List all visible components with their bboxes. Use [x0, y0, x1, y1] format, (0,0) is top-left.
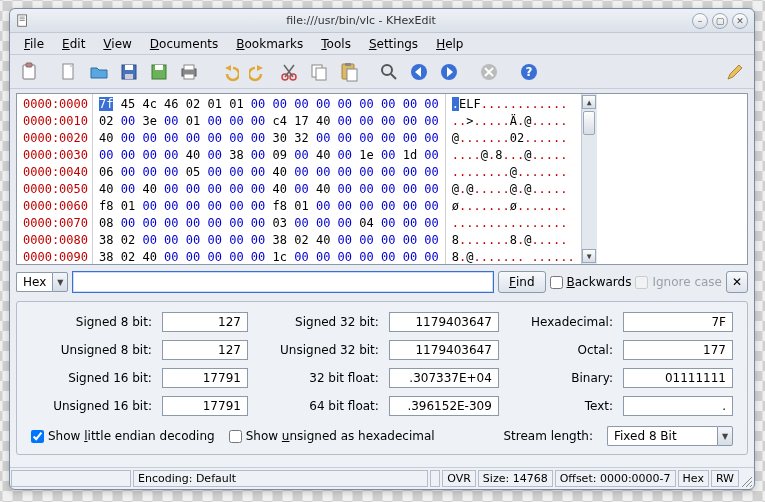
- value-u8: 127: [162, 340, 248, 360]
- label-s32: Signed 32 bit:: [258, 315, 379, 329]
- menu-view[interactable]: View: [95, 35, 139, 53]
- label-s16: Signed 16 bit:: [31, 371, 152, 385]
- find-mode-combo[interactable]: Hex ▼: [16, 272, 68, 292]
- label-u16: Unsigned 16 bit:: [31, 399, 152, 413]
- little-endian-checkbox[interactable]: Show little endian decoding: [31, 429, 215, 443]
- menu-help[interactable]: Help: [428, 35, 471, 53]
- window-title: file:///usr/bin/vlc - KHexEdit: [34, 14, 688, 27]
- svg-line-41: [750, 485, 752, 487]
- svg-marker-17: [257, 65, 263, 71]
- status-hexmode[interactable]: Hex: [678, 470, 709, 487]
- find-input[interactable]: [72, 271, 494, 293]
- stream-length-label: Stream length:: [503, 429, 593, 443]
- paste-icon[interactable]: [336, 59, 362, 85]
- value-oct: 177: [623, 340, 733, 360]
- menu-tools[interactable]: Tools: [313, 35, 359, 53]
- scrollbar[interactable]: ▲ ▼: [581, 94, 597, 264]
- status-ovr[interactable]: OVR: [442, 470, 476, 487]
- svg-marker-38: [728, 65, 742, 79]
- close-button[interactable]: ✕: [732, 13, 748, 29]
- tool-clipboard-icon[interactable]: [16, 59, 42, 85]
- label-s8: Signed 8 bit:: [31, 315, 152, 329]
- minimize-button[interactable]: –: [692, 13, 708, 29]
- redo-icon[interactable]: [246, 59, 272, 85]
- toolbar: ?: [10, 55, 754, 89]
- svg-point-27: [382, 65, 392, 75]
- svg-rect-26: [347, 69, 357, 81]
- menu-documents[interactable]: Documents: [142, 35, 226, 53]
- statusbar: Encoding: Default OVR Size: 14768 Offset…: [10, 467, 754, 489]
- label-bin: Binary:: [509, 371, 613, 385]
- value-s16: 17791: [162, 368, 248, 388]
- label-hex: Hexadecimal:: [509, 315, 613, 329]
- status-encoding: Encoding: Default: [133, 470, 428, 487]
- scroll-down-icon[interactable]: ▼: [582, 249, 596, 263]
- save-icon[interactable]: [116, 59, 142, 85]
- copy-icon[interactable]: [306, 59, 332, 85]
- svg-line-20: [285, 65, 294, 77]
- value-u32: 1179403647: [389, 340, 499, 360]
- scroll-thumb[interactable]: [583, 111, 595, 135]
- findbar-close-icon[interactable]: ✕: [726, 271, 748, 293]
- ignore-case-checkbox: Ignore case: [635, 275, 722, 289]
- find-bar: Hex ▼ Find Backwards Ignore case ✕: [16, 271, 748, 293]
- stream-length-value: Fixed 8 Bit: [607, 426, 717, 446]
- ascii-column[interactable]: .ELF..............>.....Ä.@.....@.......…: [446, 94, 581, 264]
- print-icon[interactable]: [176, 59, 202, 85]
- svg-rect-1: [20, 16, 25, 17]
- nav-forward-icon[interactable]: [436, 59, 462, 85]
- value-bin: 01111111: [623, 368, 733, 388]
- edit-mode-icon[interactable]: [722, 59, 748, 85]
- cut-icon[interactable]: [276, 59, 302, 85]
- revert-icon[interactable]: [146, 59, 172, 85]
- status-offset: Offset: 0000:0000-7: [555, 470, 676, 487]
- stop-icon[interactable]: [476, 59, 502, 85]
- value-s32: 1179403647: [389, 312, 499, 332]
- chevron-down-icon[interactable]: ▼: [52, 272, 68, 292]
- find-icon[interactable]: [376, 59, 402, 85]
- status-size: Size: 14768: [478, 470, 553, 487]
- help-icon[interactable]: ?: [516, 59, 542, 85]
- hex-editor[interactable]: 0000:0000 0000:0010 0000:0020 0000:0030 …: [16, 93, 748, 265]
- hex-bytes[interactable]: 7f 45 4c 46 02 01 01 00 00 00 00 00 00 0…: [93, 94, 446, 264]
- svg-marker-16: [225, 65, 231, 71]
- status-empty: [11, 470, 131, 487]
- label-oct: Octal:: [509, 343, 613, 357]
- stream-length-combo[interactable]: Fixed 8 Bit ▼: [607, 426, 733, 446]
- value-txt: .: [623, 396, 733, 416]
- find-mode-label: Hex: [16, 272, 52, 292]
- nav-back-icon[interactable]: [406, 59, 432, 85]
- undo-icon[interactable]: [216, 59, 242, 85]
- open-file-icon[interactable]: [86, 59, 112, 85]
- label-f32: 32 bit float:: [258, 371, 379, 385]
- unsigned-hex-checkbox[interactable]: Show unsigned as hexadecimal: [229, 429, 435, 443]
- menu-bookmarks[interactable]: Bookmarks: [228, 35, 311, 53]
- resize-grip-icon[interactable]: [740, 468, 754, 489]
- label-txt: Text:: [509, 399, 613, 413]
- find-button[interactable]: Find: [498, 271, 545, 293]
- new-file-icon[interactable]: [56, 59, 82, 85]
- svg-line-28: [391, 74, 396, 79]
- main-window: file:///usr/bin/vlc - KHexEdit – ▢ ✕ Fil…: [9, 8, 755, 490]
- scroll-up-icon[interactable]: ▲: [582, 95, 596, 109]
- menu-file[interactable]: File: [16, 35, 52, 53]
- svg-rect-5: [26, 63, 32, 67]
- backwards-checkbox[interactable]: Backwards: [550, 275, 632, 289]
- maximize-button[interactable]: ▢: [712, 13, 728, 29]
- status-rw[interactable]: RW: [711, 470, 739, 487]
- chevron-down-icon[interactable]: ▼: [717, 426, 733, 446]
- offset-gutter: 0000:0000 0000:0010 0000:0020 0000:0030 …: [17, 94, 93, 264]
- label-u32: Unsigned 32 bit:: [258, 343, 379, 357]
- svg-rect-3: [20, 20, 25, 21]
- svg-rect-10: [125, 74, 133, 79]
- value-f32: .307337E+04: [389, 368, 499, 388]
- value-f64: .396152E-309: [389, 396, 499, 416]
- titlebar[interactable]: file:///usr/bin/vlc - KHexEdit – ▢ ✕: [10, 9, 754, 33]
- svg-rect-12: [155, 65, 163, 70]
- svg-rect-25: [345, 63, 351, 66]
- menu-settings[interactable]: Settings: [361, 35, 426, 53]
- label-u8: Unsigned 8 bit:: [31, 343, 152, 357]
- menu-edit[interactable]: Edit: [54, 35, 93, 53]
- svg-rect-2: [20, 18, 25, 19]
- value-u16: 17791: [162, 396, 248, 416]
